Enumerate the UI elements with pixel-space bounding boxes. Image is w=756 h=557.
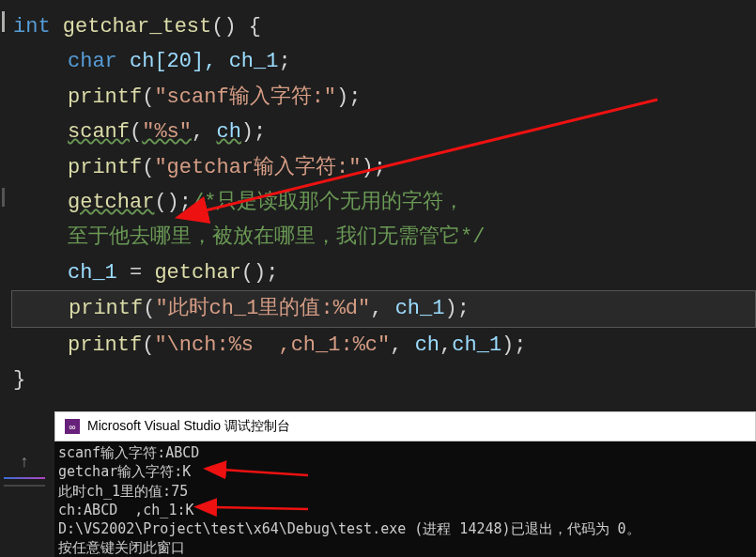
activity-bar-fragment: ↑ xyxy=(0,449,49,557)
keyword-char: char xyxy=(68,50,117,73)
console-line: D:\VS2002\Project\test\x64\Debug\test.ex… xyxy=(58,519,752,538)
console-line: 按任意键关闭此窗口 xyxy=(58,538,752,557)
string-literal: "scanf输入字符:" xyxy=(154,85,336,109)
console-output[interactable]: scanf输入字符:ABCD getchar输入字符:K 此时ch_1里的值:7… xyxy=(54,441,756,557)
arg-ch1: ch_1 xyxy=(395,297,445,320)
fn-scanf: scanf xyxy=(68,120,130,144)
gutter-marker xyxy=(2,188,5,207)
console-line: scanf输入字符:ABCD xyxy=(58,443,752,462)
fn-getchar: getchar xyxy=(154,261,240,285)
console-title: Microsoft Visual Studio 调试控制台 xyxy=(87,418,290,435)
code-line-active[interactable]: printf("此时ch_1里的值:%d", ch_1); xyxy=(11,290,756,327)
fn-getchar: getchar xyxy=(68,191,154,214)
string-literal: "getchar输入字符:" xyxy=(154,156,361,179)
keyword-int: int xyxy=(13,15,51,39)
variables: ch[20], ch_1 xyxy=(117,50,279,73)
semicolon: ; xyxy=(278,50,290,73)
fn-printf: printf xyxy=(69,297,143,320)
code-line[interactable]: } xyxy=(13,363,756,397)
arg-ch1: ch_1 xyxy=(452,333,501,357)
vs-icon: ∞ xyxy=(65,419,80,434)
code-line[interactable]: scanf("%s", ch); xyxy=(13,115,756,149)
code-line[interactable]: printf("getchar输入字符:"); xyxy=(13,150,756,185)
punct: () { xyxy=(211,15,261,39)
fn-printf: printf xyxy=(68,156,142,179)
console-line: 此时ch_1里的值:75 xyxy=(58,482,752,501)
function-name: getchar_test xyxy=(51,15,212,39)
string-literal: "\nch:%s ,ch_1:%c" xyxy=(154,333,390,357)
code-line[interactable]: 至于他去哪里，被放在哪里，我们无需管它*/ xyxy=(13,220,756,255)
var-ch1: ch_1 xyxy=(68,261,117,285)
code-line[interactable]: char ch[20], ch_1; xyxy=(13,44,756,79)
console-line: ch:ABCD ,ch_1:K xyxy=(58,501,752,519)
arg-ch: ch xyxy=(415,333,440,357)
cursor-marker xyxy=(2,11,5,32)
comment: /*只是读取那个无用的字符， xyxy=(192,191,464,214)
code-line[interactable]: int getchar_test() { xyxy=(13,9,756,44)
code-line[interactable]: ch_1 = getchar(); xyxy=(13,255,756,290)
fn-printf: printf xyxy=(68,85,142,109)
comment: 至于他去哪里，被放在哪里，我们无需管它*/ xyxy=(68,225,485,249)
debug-console-window[interactable]: ∞ Microsoft Visual Studio 调试控制台 scanf输入字… xyxy=(54,411,756,557)
console-titlebar[interactable]: ∞ Microsoft Visual Studio 调试控制台 xyxy=(54,411,756,441)
code-editor[interactable]: int getchar_test() { char ch[20], ch_1; … xyxy=(0,0,756,404)
code-line[interactable]: getchar();/*只是读取那个无用的字符， xyxy=(13,185,756,220)
string-literal: "%s" xyxy=(142,120,192,144)
arg-ch: ch xyxy=(216,120,240,144)
progress-bar xyxy=(4,485,45,487)
progress-bar xyxy=(4,477,45,479)
code-line[interactable]: printf("\nch:%s ,ch_1:%c", ch,ch_1); xyxy=(13,328,756,363)
code-line[interactable]: printf("scanf输入字符:"); xyxy=(13,80,756,115)
up-arrow-icon[interactable]: ↑ xyxy=(0,449,49,475)
fn-printf: printf xyxy=(68,333,142,357)
closing-brace: } xyxy=(13,368,25,392)
console-line: getchar输入字符:K xyxy=(58,462,752,481)
string-literal: "此时ch_1里的值:%d" xyxy=(155,297,370,320)
